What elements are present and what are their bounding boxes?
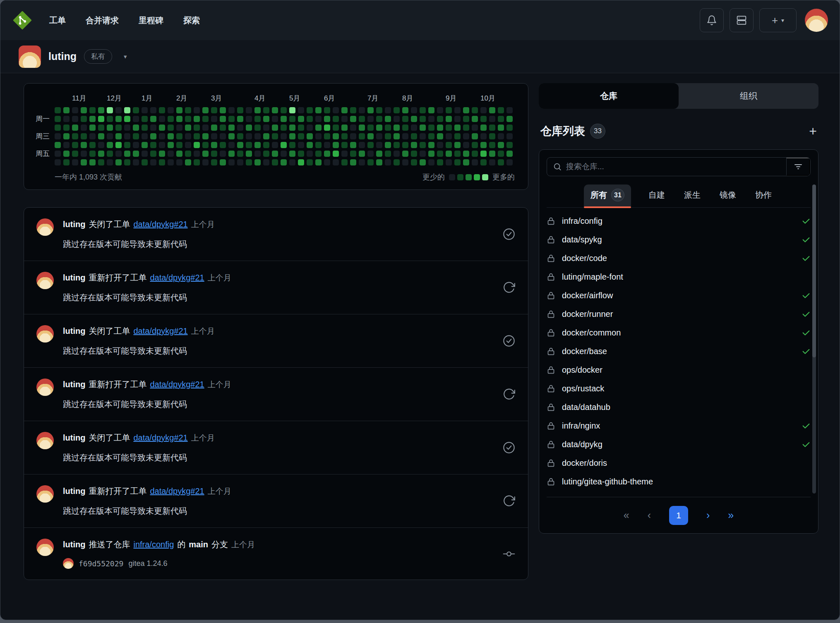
check-icon xyxy=(802,422,811,431)
profile-username: luting xyxy=(48,50,77,62)
heatmap-cell xyxy=(289,116,295,122)
filter-label: 镜像 xyxy=(720,189,736,201)
create-new-button[interactable]: + ▾ xyxy=(759,8,797,32)
heatmap-cell xyxy=(498,133,504,139)
repo-list-item[interactable]: infra/nginx xyxy=(547,417,811,435)
admin-panel-button[interactable] xyxy=(730,8,754,32)
profile-dropdown-caret[interactable]: ▾ xyxy=(124,53,127,60)
add-repo-button[interactable]: + xyxy=(809,125,817,138)
repo-list-item[interactable]: docker/airflow xyxy=(547,286,811,305)
repo-filter-tab[interactable]: 所有 31 xyxy=(584,185,631,207)
feed-link[interactable]: data/dpykg#21 xyxy=(133,433,187,442)
repo-list-title: 仓库列表 xyxy=(540,124,585,139)
filter-label: 派生 xyxy=(684,189,701,201)
heatmap-cell xyxy=(176,151,182,157)
issue-closed-icon xyxy=(502,441,516,454)
pagination-next-button[interactable]: › xyxy=(706,509,710,521)
pagination-first-button[interactable]: « xyxy=(624,509,629,521)
heatmap-cell xyxy=(124,159,130,165)
repo-list-item[interactable]: ops/docker xyxy=(547,361,811,379)
heatmap-cell xyxy=(176,107,182,113)
heatmap-cell xyxy=(411,116,417,122)
repo-list-item[interactable]: data/spykg xyxy=(547,230,811,249)
avatar[interactable] xyxy=(36,325,54,343)
heatmap-cell xyxy=(150,151,156,157)
heatmap-cell xyxy=(159,125,165,131)
heatmap-cell xyxy=(246,107,252,113)
panel-scrollbar[interactable] xyxy=(812,185,816,494)
heatmap-cell xyxy=(263,142,269,148)
avatar[interactable] xyxy=(36,485,54,503)
nav-item-0[interactable]: 工单 xyxy=(49,15,66,26)
feed-link[interactable]: data/dpykg#21 xyxy=(150,380,204,389)
heatmap-cell xyxy=(298,151,304,157)
user-avatar[interactable] xyxy=(805,9,828,32)
repo-list-item[interactable]: data/dpykg xyxy=(547,435,811,454)
repo-list-item[interactable]: docker/common xyxy=(547,323,811,342)
feed-link[interactable]: data/dpykg#21 xyxy=(133,326,187,335)
navbar-links: 工单合并请求里程碑探索 xyxy=(49,15,200,26)
feed-link[interactable]: data/dpykg#21 xyxy=(150,273,204,282)
nav-item-2[interactable]: 里程碑 xyxy=(139,15,163,26)
heatmap-cell xyxy=(489,125,495,131)
heatmap-cell xyxy=(472,142,478,148)
pagination-last-button[interactable]: » xyxy=(728,509,734,521)
heatmap-cell xyxy=(489,142,495,148)
repo-filter-tab[interactable]: 协作 xyxy=(754,185,773,207)
heatmap-cell xyxy=(402,159,408,165)
repo-list-item[interactable]: data/datahub xyxy=(547,398,811,417)
feed-text-text: 重新打开了工单 xyxy=(89,486,146,496)
gitea-logo-icon[interactable] xyxy=(12,10,33,31)
repo-list-item[interactable]: ops/rustack xyxy=(547,379,811,398)
lock-icon xyxy=(547,310,555,319)
tab-organizations[interactable]: 组织 xyxy=(679,83,818,109)
commit-sha[interactable]: f69d552029 xyxy=(79,559,123,568)
repo-list-item[interactable]: luting/gitea-github-theme xyxy=(547,472,811,491)
pagination-prev-button[interactable]: ‹ xyxy=(648,509,651,521)
avatar[interactable] xyxy=(36,539,54,556)
heatmap-cell xyxy=(298,142,304,148)
avatar[interactable] xyxy=(36,218,54,236)
repo-list-item[interactable]: docker/doris xyxy=(547,454,811,472)
heatmap-cell xyxy=(359,151,365,157)
feed-text-text: 的 xyxy=(177,540,185,549)
repo-filter-tab[interactable]: 镜像 xyxy=(718,185,738,207)
feed-link[interactable]: data/dpykg#21 xyxy=(150,486,204,496)
notifications-button[interactable] xyxy=(700,8,724,32)
repo-list-item[interactable]: docker/runner xyxy=(547,305,811,323)
repo-list-item[interactable]: docker/base xyxy=(547,342,811,361)
heatmap-cell xyxy=(454,159,461,165)
heatmap-cell xyxy=(350,107,356,113)
heatmap-cell xyxy=(89,116,96,122)
feed-link[interactable]: infra/config xyxy=(133,540,174,549)
feed-link[interactable]: data/dpykg#21 xyxy=(133,220,187,229)
heatmap-cell xyxy=(194,142,200,148)
heatmap-cell xyxy=(506,125,513,131)
heatmap-cell xyxy=(194,107,200,113)
nav-item-1[interactable]: 合并请求 xyxy=(86,15,119,26)
repo-search-input[interactable] xyxy=(566,162,780,171)
heatmap-month-label: 5月 xyxy=(289,93,313,103)
feed-type-icon xyxy=(502,547,516,561)
profile-avatar[interactable] xyxy=(19,46,41,68)
heatmap-cell xyxy=(315,116,322,122)
tab-repositories[interactable]: 仓库 xyxy=(539,83,679,109)
avatar[interactable] xyxy=(36,272,54,289)
pagination-current-page[interactable]: 1 xyxy=(669,506,688,525)
repo-filter-tab[interactable]: 派生 xyxy=(682,185,702,207)
heatmap-cell xyxy=(211,159,217,165)
heatmap-cell xyxy=(72,116,78,122)
repo-filter-tab[interactable]: 自建 xyxy=(647,185,667,207)
heatmap-cell xyxy=(350,125,356,131)
avatar[interactable] xyxy=(36,379,54,396)
heatmap-month-label: 11月 xyxy=(72,93,96,103)
lock-icon xyxy=(547,347,555,356)
avatar[interactable] xyxy=(36,432,54,449)
repo-list-item[interactable]: infra/config xyxy=(547,212,811,230)
heatmap-cell xyxy=(420,151,426,157)
repo-filter-button[interactable] xyxy=(786,158,810,176)
repo-list-item[interactable]: luting/maple-font xyxy=(547,268,811,286)
heatmap-cell xyxy=(333,133,339,139)
repo-list-item[interactable]: docker/code xyxy=(547,249,811,268)
nav-item-3[interactable]: 探索 xyxy=(183,15,200,26)
